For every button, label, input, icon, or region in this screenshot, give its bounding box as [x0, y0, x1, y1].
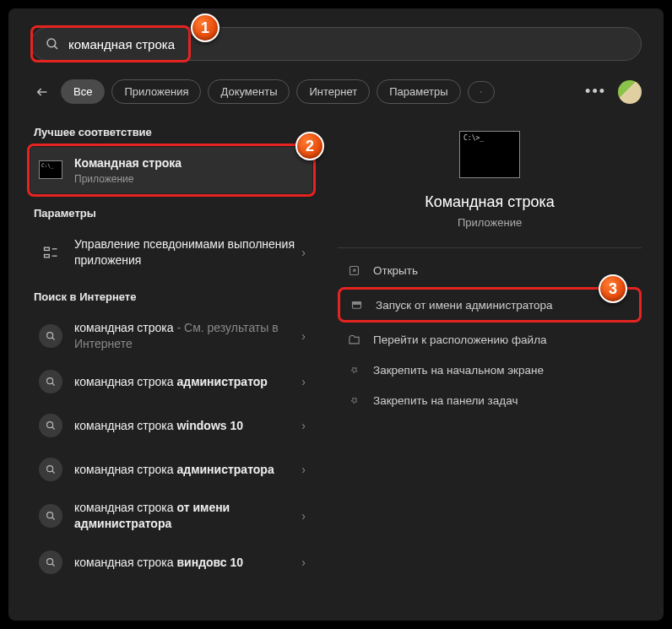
web-result-item[interactable]: командная строка администратор › [30, 360, 312, 404]
tab-more-play[interactable] [468, 81, 495, 103]
tab-web[interactable]: Интернет [296, 79, 370, 104]
svg-rect-4 [45, 247, 50, 250]
svg-line-1 [54, 46, 57, 49]
shield-icon [349, 297, 364, 312]
alias-settings-icon [37, 239, 64, 266]
action-label: Закрепить на панели задач [373, 394, 518, 407]
best-match-item[interactable]: Командная строка Приложение [30, 147, 312, 193]
search-icon [37, 456, 64, 483]
action-label: Открыть [373, 264, 418, 277]
chevron-right-icon: › [301, 329, 306, 343]
search-icon [37, 412, 64, 439]
svg-line-17 [52, 518, 55, 520]
chevron-right-icon: › [301, 463, 306, 476]
search-input[interactable] [68, 37, 627, 52]
action-pin-start[interactable]: Закрепить на начальном экране [338, 355, 642, 385]
web-result-item[interactable]: командная строка виндовс 10 › [30, 540, 312, 584]
svg-line-15 [52, 471, 55, 474]
search-icon [37, 323, 64, 350]
settings-item-label: Управление псевдонимами выполнения прило… [74, 236, 295, 268]
svg-point-0 [47, 39, 56, 47]
results-column: Лучшее соответствие Командная строка При… [8, 119, 321, 621]
tab-all[interactable]: Все [61, 79, 105, 104]
svg-point-8 [47, 332, 53, 338]
tab-docs[interactable]: Документы [208, 79, 290, 104]
svg-point-10 [47, 378, 53, 384]
action-pin-taskbar[interactable]: Закрепить на панели задач [338, 385, 642, 415]
svg-line-13 [52, 427, 55, 430]
open-icon [346, 263, 361, 278]
svg-point-16 [47, 512, 53, 518]
back-button[interactable] [30, 80, 54, 104]
action-label: Перейти к расположению файла [373, 333, 547, 346]
pin-icon [346, 393, 361, 408]
svg-rect-22 [352, 301, 360, 304]
action-label: Закрепить на начальном экране [373, 364, 544, 377]
svg-point-14 [47, 466, 53, 472]
annotation-badge-1: 1 [191, 14, 219, 42]
annotation-highlight-3: Запуск от имени администратора 3 [338, 287, 642, 323]
filter-tabs: Все Приложения Документы Интернет Параме… [30, 79, 642, 104]
chevron-right-icon: › [301, 556, 306, 569]
search-icon [37, 549, 64, 576]
user-avatar[interactable] [618, 80, 642, 104]
section-best-match: Лучшее соответствие [34, 126, 312, 138]
search-icon [37, 502, 64, 529]
chevron-right-icon: › [301, 375, 306, 388]
annotation-badge-3: 3 [599, 274, 627, 303]
folder-icon [346, 332, 361, 347]
chevron-right-icon: › [301, 419, 306, 432]
web-result-item[interactable]: командная строка от имени администратора… [30, 491, 312, 540]
svg-point-12 [47, 422, 53, 428]
svg-point-18 [47, 559, 53, 565]
search-box[interactable] [30, 27, 642, 61]
annotation-badge-2: 2 [295, 132, 324, 160]
action-open[interactable]: Открыть [338, 255, 642, 285]
more-button[interactable]: ••• [585, 83, 606, 100]
divider [338, 247, 642, 248]
tab-apps[interactable]: Приложения [111, 79, 201, 104]
svg-line-19 [52, 564, 55, 567]
preview-title: Командная строка [338, 193, 642, 211]
search-icon [37, 368, 64, 395]
svg-rect-5 [45, 254, 50, 257]
svg-line-11 [52, 383, 55, 386]
tab-settings[interactable]: Параметры [377, 79, 460, 104]
action-open-location[interactable]: Перейти к расположению файла [338, 324, 642, 355]
section-web: Поиск в Интернете [34, 290, 312, 303]
search-icon [45, 36, 60, 52]
web-result-item[interactable]: командная строка windows 10 › [30, 404, 312, 447]
preview-column: Командная строка Приложение Открыть Запу… [321, 119, 664, 621]
preview-app-icon [459, 131, 520, 178]
best-match-subtitle: Приложение [74, 173, 306, 185]
action-label: Запуск от имени администратора [376, 299, 553, 312]
search-panel: 1 Все Приложения Документы Интернет Пара… [8, 8, 664, 621]
preview-subtitle: Приложение [338, 216, 642, 229]
action-run-as-admin[interactable]: Запуск от имени администратора [342, 291, 637, 318]
best-match-title: Командная строка [74, 155, 306, 171]
web-result-item[interactable]: командная строка - См. результаты в Инте… [30, 312, 312, 361]
section-settings: Параметры [34, 207, 312, 220]
web-result-item[interactable]: командная строка администратора › [30, 447, 312, 491]
settings-result-item[interactable]: Управление псевдонимами выполнения прило… [30, 228, 312, 277]
cmd-icon [37, 156, 64, 183]
chevron-right-icon: › [301, 509, 306, 523]
svg-marker-3 [480, 91, 481, 92]
svg-line-9 [52, 337, 55, 339]
chevron-right-icon: › [301, 246, 306, 259]
pin-icon [346, 362, 361, 377]
